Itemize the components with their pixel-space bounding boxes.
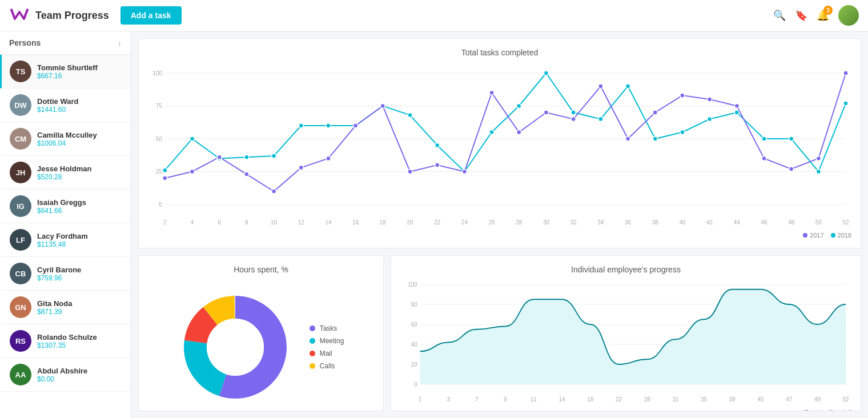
svg-text:100: 100 <box>152 70 162 77</box>
legend-2017-label: 2017 <box>810 232 823 239</box>
employee-progress-chart: 0204060801001379111418222831353945474952 <box>400 279 851 404</box>
person-item[interactable]: TS Tommie Shurtleff $667.16 <box>0 55 131 89</box>
person-item[interactable]: RS Rolando Schulze $1307.35 <box>0 324 131 358</box>
person-item[interactable]: CM Camilla Mcculley $1006.04 <box>0 122 131 156</box>
person-amount: $0.00 <box>37 375 87 383</box>
total-tasks-title: Total tasks completed <box>148 48 851 57</box>
legend-2017: 2017 <box>803 232 823 239</box>
donut-chart <box>178 290 292 404</box>
svg-point-76 <box>544 110 548 115</box>
person-item[interactable]: DW Dottie Ward $1441.60 <box>0 89 131 122</box>
person-amount: $1006.04 <box>37 139 97 147</box>
svg-text:22: 22 <box>434 219 440 226</box>
sort-icon[interactable]: ↓ <box>118 38 122 47</box>
svg-point-51 <box>571 110 576 115</box>
person-name: Jesse Holdman <box>37 164 91 173</box>
svg-point-59 <box>789 136 794 141</box>
person-avatar: LF <box>10 229 31 251</box>
legend-2018-label: 2018 <box>838 232 851 239</box>
person-amount: $667.16 <box>37 72 98 80</box>
svg-text:100: 100 <box>408 282 417 288</box>
svg-point-92 <box>207 319 264 376</box>
svg-point-41 <box>299 123 303 128</box>
person-amount: $1441.60 <box>37 106 78 114</box>
add-task-button[interactable]: Add a task <box>120 6 182 25</box>
person-info: Abdul Abshire $0.00 <box>37 367 87 383</box>
person-name: Gita Noda <box>37 299 72 308</box>
svg-text:35: 35 <box>701 396 707 403</box>
svg-point-61 <box>843 101 848 106</box>
svg-text:42: 42 <box>706 219 713 226</box>
total-tasks-chart: 0255075100246810121416182022242628303234… <box>148 62 851 227</box>
person-item[interactable]: GN Gita Noda $871.39 <box>0 291 131 324</box>
svg-point-42 <box>326 123 331 128</box>
person-item[interactable]: LF Lacy Fordham $1135.48 <box>0 223 131 257</box>
svg-text:20: 20 <box>411 361 417 368</box>
legend-tasks-dot <box>310 325 315 331</box>
svg-point-78 <box>598 84 603 89</box>
person-amount: $759.96 <box>37 274 81 282</box>
logo-icon <box>9 5 30 26</box>
person-name: Lacy Fordham <box>37 232 88 240</box>
person-info: Gita Noda $871.39 <box>37 299 72 316</box>
svg-point-68 <box>326 156 331 161</box>
person-avatar: JH <box>10 162 31 183</box>
bottom-charts: Hours spent, % Tasks <box>138 255 861 411</box>
svg-point-55 <box>680 130 685 135</box>
person-avatar: GN <box>10 296 31 318</box>
svg-text:9: 9 <box>504 396 507 403</box>
svg-text:18: 18 <box>587 396 593 403</box>
svg-text:31: 31 <box>672 396 678 403</box>
svg-text:6: 6 <box>218 219 221 226</box>
svg-point-46 <box>435 143 440 148</box>
person-item[interactable]: JH Jesse Holdman $520.28 <box>0 156 131 190</box>
svg-point-73 <box>462 170 467 174</box>
svg-point-65 <box>244 172 249 176</box>
svg-text:20: 20 <box>407 219 413 226</box>
svg-text:50: 50 <box>156 136 162 142</box>
employee-progress-card: Individual employee's progress 020406080… <box>391 255 861 411</box>
person-item[interactable]: AA Abdul Abshire $0.00 <box>0 358 131 392</box>
svg-text:2: 2 <box>163 219 167 226</box>
svg-text:12: 12 <box>298 219 304 226</box>
person-item[interactable]: IG Isaiah Greggs $641.66 <box>0 190 131 223</box>
total-tasks-legend: 2017 2018 <box>148 232 851 239</box>
total-tasks-card: Total tasks completed 025507510024681012… <box>138 38 861 248</box>
svg-text:28: 28 <box>516 219 522 226</box>
svg-point-36 <box>163 168 167 172</box>
person-item[interactable]: CB Cyril Barone $759.96 <box>0 257 131 291</box>
search-icon[interactable]: 🔍 <box>773 9 786 22</box>
legend-calls-label: Calls <box>320 362 335 370</box>
svg-point-72 <box>435 163 440 167</box>
app-title: Team Progress <box>35 10 109 22</box>
svg-text:32: 32 <box>570 219 577 226</box>
sidebar-title: Persons <box>9 38 41 47</box>
svg-text:14: 14 <box>325 219 331 226</box>
legend-calls-dot <box>310 363 315 369</box>
header: Team Progress Add a task 🔍 🔖 🔔 3 <box>0 0 868 31</box>
svg-text:11: 11 <box>531 396 537 403</box>
svg-point-70 <box>380 104 385 108</box>
svg-point-79 <box>626 136 630 141</box>
svg-point-60 <box>816 170 821 174</box>
person-avatar: IG <box>10 195 31 217</box>
person-avatar: AA <box>10 364 31 385</box>
svg-point-64 <box>217 155 222 159</box>
person-name: Cyril Barone <box>37 266 81 274</box>
svg-point-48 <box>489 130 494 135</box>
person-amount: $1307.35 <box>37 341 97 349</box>
svg-text:28: 28 <box>644 396 650 403</box>
svg-text:36: 36 <box>625 219 631 226</box>
person-avatar: RS <box>10 330 31 352</box>
notification-bell[interactable]: 🔔 3 <box>817 9 829 22</box>
svg-text:0: 0 <box>159 202 162 208</box>
svg-point-81 <box>680 93 685 98</box>
svg-text:22: 22 <box>616 396 622 403</box>
svg-point-67 <box>299 166 303 170</box>
svg-point-39 <box>244 155 249 159</box>
svg-text:80: 80 <box>411 302 417 308</box>
legend-2018: 2018 <box>831 232 851 239</box>
person-info: Lacy Fordham $1135.48 <box>37 232 88 248</box>
bookmark-icon[interactable]: 🔖 <box>795 9 807 22</box>
user-avatar[interactable] <box>838 5 859 26</box>
